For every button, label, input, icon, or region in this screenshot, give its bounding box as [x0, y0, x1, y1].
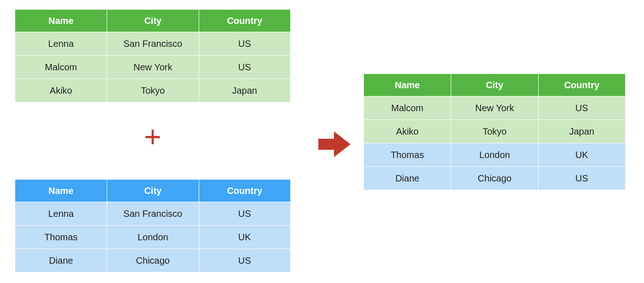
cell-country: Japan — [538, 120, 626, 143]
table-header-row: Name City Country — [15, 180, 291, 202]
col-header-name: Name — [15, 180, 107, 202]
cell-country: US — [199, 249, 290, 272]
table-row: Thomas London UK — [15, 226, 291, 249]
table-row: Akiko Tokyo Japan — [364, 120, 626, 143]
cell-name: Lenna — [15, 32, 107, 56]
table-row: Lenna San Francisco US — [15, 202, 291, 226]
cell-country: US — [538, 96, 626, 120]
table-row: Diane Chicago US — [364, 167, 626, 190]
plus-icon: + — [138, 122, 167, 152]
cell-country: US — [199, 32, 290, 56]
table-header-row: Name City Country — [15, 10, 291, 32]
svg-marker-0 — [318, 131, 351, 157]
cell-city: London — [107, 226, 199, 249]
cell-country: US — [538, 167, 626, 190]
col-header-country: Country — [199, 180, 290, 202]
col-header-country: Country — [538, 74, 626, 96]
table-header-row: Name City Country — [364, 74, 626, 96]
cell-city: San Francisco — [107, 202, 199, 226]
cell-name: Diane — [15, 249, 107, 272]
cell-city: Tokyo — [107, 79, 199, 102]
cell-country: Japan — [199, 79, 290, 102]
col-header-city: City — [107, 180, 199, 202]
cell-city: New York — [451, 96, 538, 120]
cell-country: US — [199, 202, 290, 226]
cell-name: Thomas — [15, 226, 107, 249]
cell-city: San Francisco — [107, 32, 199, 56]
table-row: Akiko Tokyo Japan — [15, 79, 291, 102]
cell-city: New York — [107, 56, 199, 79]
cell-name: Akiko — [15, 79, 107, 102]
cell-city: London — [451, 143, 538, 167]
table-row: Thomas London UK — [364, 143, 626, 167]
cell-name: Akiko — [364, 120, 451, 143]
cell-name: Malcom — [364, 96, 451, 120]
cell-country: UK — [538, 143, 626, 167]
cell-name: Diane — [364, 167, 451, 190]
table-row: Diane Chicago US — [15, 249, 291, 272]
table-row: Malcom New York US — [364, 96, 626, 120]
cell-country: UK — [199, 226, 290, 249]
cell-name: Thomas — [364, 143, 451, 167]
cell-name: Lenna — [15, 202, 107, 226]
cell-city: Chicago — [107, 249, 199, 272]
cell-city: Chicago — [451, 167, 538, 190]
table-b: Name City Country Lenna San Francisco US… — [15, 179, 291, 272]
col-header-city: City — [451, 74, 538, 96]
cell-city: Tokyo — [451, 120, 538, 143]
table-row: Malcom New York US — [15, 56, 291, 79]
col-header-name: Name — [364, 74, 451, 96]
col-header-country: Country — [199, 10, 290, 32]
table-result: Name City Country Malcom New York US Aki… — [363, 74, 626, 190]
diagram-canvas: Name City Country Lenna San Francisco US… — [0, 0, 644, 283]
cell-name: Malcom — [15, 56, 107, 79]
table-row: Lenna San Francisco US — [15, 32, 291, 56]
col-header-city: City — [107, 10, 199, 32]
cell-country: US — [199, 56, 290, 79]
table-a: Name City Country Lenna San Francisco US… — [15, 9, 291, 102]
col-header-name: Name — [15, 10, 107, 32]
arrow-right-icon — [318, 131, 351, 157]
